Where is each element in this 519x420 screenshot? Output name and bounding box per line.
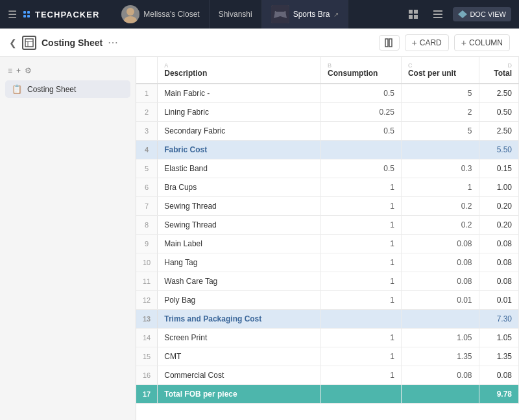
row-consumption[interactable]: 0.5 — [321, 84, 402, 103]
row-cost-per-unit[interactable]: 0.08 — [401, 253, 479, 272]
svg-rect-14 — [385, 39, 388, 47]
table-row: 8Sewing Thread10.20.20 — [136, 216, 519, 235]
col-header-description[interactable]: A Description — [158, 57, 321, 84]
row-total: 2.50 — [479, 122, 518, 141]
more-options-icon[interactable]: ⋯ — [108, 36, 118, 49]
svg-rect-7 — [433, 10, 442, 12]
row-description[interactable]: CMT — [158, 347, 321, 366]
row-total: 7.30 — [479, 310, 518, 329]
row-number: 1 — [136, 84, 158, 103]
row-total: 9.78 — [479, 385, 518, 404]
row-cost-per-unit[interactable] — [401, 310, 479, 329]
sidebar-menu-icon[interactable]: ≡ — [8, 66, 12, 75]
row-description[interactable]: Fabric Cost — [158, 141, 321, 159]
sidebar-item-costing-sheet[interactable]: 📋 Costing Sheet — [5, 80, 130, 98]
row-number: 6 — [136, 178, 158, 197]
table-area: A Description B Consumption C Cost — [136, 57, 519, 420]
row-cost-per-unit[interactable] — [401, 385, 479, 404]
row-consumption[interactable]: 1 — [321, 197, 402, 216]
table-row: 15CMT11.351.35 — [136, 347, 519, 366]
grid-view-btn[interactable] — [404, 7, 423, 21]
row-cost-per-unit[interactable]: 0.2 — [401, 197, 479, 216]
nav-tab-sports-bra[interactable]: Sports Bra ↗ — [262, 0, 349, 29]
row-consumption[interactable]: 1 — [321, 329, 402, 347]
sidebar-settings-icon[interactable]: ⚙ — [25, 66, 32, 75]
hamburger-icon[interactable]: ☰ — [8, 8, 17, 21]
row-description[interactable]: Main Fabric - — [158, 84, 321, 103]
avatar — [121, 5, 139, 23]
row-cost-per-unit[interactable]: 0.08 — [401, 366, 479, 385]
row-description[interactable]: Bra Cups — [158, 178, 321, 197]
row-description[interactable]: Sewing Thread — [158, 216, 321, 235]
row-number: 17 — [136, 385, 158, 404]
row-consumption[interactable]: 1 — [321, 291, 402, 310]
row-cost-per-unit[interactable] — [401, 141, 479, 159]
row-description[interactable]: Hang Tag — [158, 253, 321, 272]
sheet-item-icon: 📋 — [12, 84, 22, 94]
table-row: 7Sewing Thread10.20.20 — [136, 197, 519, 216]
row-consumption[interactable]: 1 — [321, 216, 402, 235]
row-cost-per-unit[interactable]: 0.08 — [401, 272, 479, 291]
row-cost-per-unit[interactable]: 0.3 — [401, 159, 479, 178]
row-number: 3 — [136, 122, 158, 141]
row-description[interactable]: Lining Fabric — [158, 103, 321, 122]
row-description[interactable]: Poly Bag — [158, 291, 321, 310]
sidebar-add-icon[interactable]: + — [16, 66, 21, 75]
row-cost-per-unit[interactable]: 2 — [401, 103, 479, 122]
nav-tab-shivanshi[interactable]: Shivanshi — [210, 0, 262, 29]
nav-tabs: Melissa's Closet Shivanshi Sports Bra ↗ — [112, 0, 397, 29]
table-row: 1Main Fabric -0.552.50 — [136, 84, 519, 103]
row-consumption[interactable]: 0.5 — [321, 159, 402, 178]
row-cost-per-unit[interactable]: 1.35 — [401, 347, 479, 366]
row-cost-per-unit[interactable]: 5 — [401, 122, 479, 141]
row-consumption[interactable]: 1 — [321, 366, 402, 385]
row-consumption[interactable]: 1 — [321, 347, 402, 366]
table-row: 3Secondary Fabric0.552.50 — [136, 122, 519, 141]
sheet-title: Costing Sheet — [42, 38, 103, 48]
top-navigation: ☰ TECHPACKER Melissa's Closet Shivanshi — [0, 0, 519, 29]
external-link-icon: ↗ — [333, 11, 339, 18]
add-column-button[interactable]: + COLUMN — [454, 34, 510, 51]
col-header-consumption[interactable]: B Consumption — [321, 57, 402, 84]
row-cost-per-unit[interactable]: 0.2 — [401, 216, 479, 235]
nav-tab-melissa[interactable]: Melissa's Closet — [112, 0, 209, 29]
row-description[interactable]: Elastic Band — [158, 159, 321, 178]
col-header-total[interactable]: D Total — [479, 57, 518, 84]
doc-view-btn[interactable]: DOC VIEW — [453, 7, 511, 21]
row-description[interactable]: Main Label — [158, 235, 321, 253]
col-c-label: C — [408, 62, 472, 69]
row-consumption[interactable] — [321, 310, 402, 329]
svg-rect-15 — [389, 39, 392, 47]
row-description[interactable]: Secondary Fabric — [158, 122, 321, 141]
row-consumption[interactable]: 1 — [321, 272, 402, 291]
row-description[interactable]: Commercial Cost — [158, 366, 321, 385]
row-consumption[interactable]: 0.25 — [321, 103, 402, 122]
row-consumption[interactable]: 1 — [321, 178, 402, 197]
row-number: 10 — [136, 253, 158, 272]
row-cost-per-unit[interactable]: 1.05 — [401, 329, 479, 347]
collapse-chevron-icon[interactable]: ❮ — [9, 38, 17, 48]
row-consumption[interactable] — [321, 141, 402, 159]
list-view-btn[interactable] — [428, 7, 448, 21]
row-cost-per-unit[interactable]: 1 — [401, 178, 479, 197]
row-cost-per-unit[interactable]: 0.01 — [401, 291, 479, 310]
row-description[interactable]: Wash Care Tag — [158, 272, 321, 291]
row-description[interactable]: Trims and Packaging Cost — [158, 310, 321, 329]
row-consumption[interactable]: 0.5 — [321, 122, 402, 141]
row-description[interactable]: Total FOB per piece — [158, 385, 321, 404]
column-layout-btn[interactable] — [379, 35, 400, 51]
row-consumption[interactable]: 1 — [321, 253, 402, 272]
row-cost-per-unit[interactable]: 0.08 — [401, 235, 479, 253]
row-total: 0.20 — [479, 197, 518, 216]
col-header-cost-per-unit[interactable]: C Cost per unit — [401, 57, 479, 84]
row-total: 2.50 — [479, 84, 518, 103]
row-consumption[interactable] — [321, 385, 402, 404]
row-cost-per-unit[interactable]: 5 — [401, 84, 479, 103]
row-description[interactable]: Sewing Thread — [158, 197, 321, 216]
add-card-button[interactable]: + CARD — [405, 34, 449, 51]
row-consumption[interactable]: 1 — [321, 235, 402, 253]
sub-header: ❮ Costing Sheet ⋯ + CARD + COLUMN — [0, 29, 519, 57]
svg-rect-6 — [414, 15, 418, 19]
row-description[interactable]: Screen Print — [158, 329, 321, 347]
row-number: 7 — [136, 197, 158, 216]
